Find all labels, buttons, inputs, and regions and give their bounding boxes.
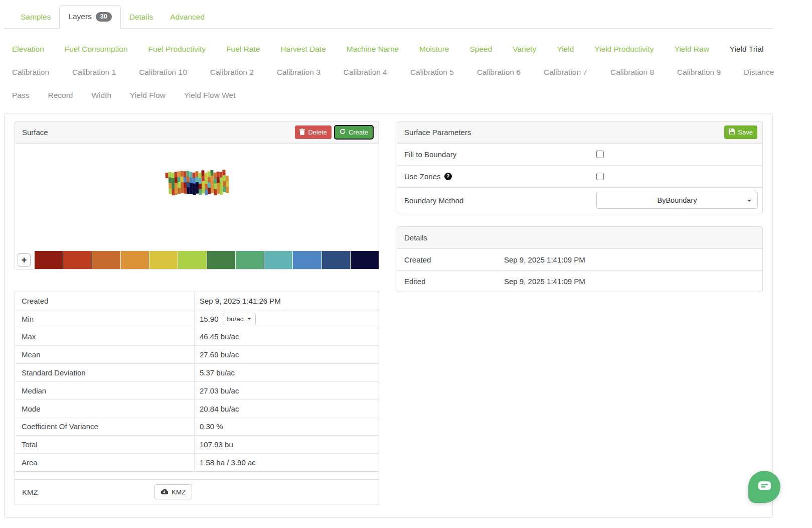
surface-stats-table: CreatedSep 9, 2025 1:41:26 PMMin15.90bu/… [15,292,379,472]
layer-tab-pass[interactable]: Pass [12,90,29,100]
tab-advanced[interactable]: Advanced [161,6,213,28]
detail-value: Sep 9, 2025 1:41:09 PM [504,255,585,264]
layer-tab-calibration-9[interactable]: Calibration 9 [677,67,721,77]
layer-row-misc: PassRecordWidthYield FlowYield Flow Wet [12,90,770,100]
legend-color-6[interactable] [178,251,206,269]
kmz-button-label: KMZ [172,488,186,496]
legend-color-1[interactable] [35,251,63,269]
layer-tab-machine-name[interactable]: Machine Name [347,44,399,54]
param-row-fill-to-boundary: Fill to Boundary [397,144,762,166]
stat-value: 46.45 bu/ac [195,328,379,346]
layer-tab-calibration-7[interactable]: Calibration 7 [544,67,587,77]
layer-tab-width[interactable]: Width [91,90,111,100]
layer-tab-yield[interactable]: Yield [557,44,574,54]
layer-tab-calibration[interactable]: Calibration [12,67,49,77]
layer-tab-speed[interactable]: Speed [469,44,492,54]
color-legend: + [15,251,379,269]
param-control: ByBoundary [596,192,762,209]
stat-row-total: Total107.93 bu [15,436,379,454]
stat-value: 15.90bu/ac [195,310,379,328]
stat-value: 0.30 % [195,418,379,436]
detail-row-edited: EditedSep 9, 2025 1:41:09 PM [397,271,762,292]
layer-tab-distance[interactable]: Distance [744,67,774,77]
stat-value-text: 27.03 bu/ac [200,386,239,395]
param-control [596,173,762,180]
stat-value: 20.84 bu/ac [195,400,379,418]
param-label: Boundary Method [404,196,596,205]
layer-tab-calibration-10[interactable]: Calibration 10 [139,67,187,77]
legend-color-10[interactable] [293,251,321,269]
tab-label: Layers [68,12,92,21]
tab-samples[interactable]: Samples [12,6,59,28]
stat-value: Sep 9, 2025 1:41:26 PM [195,292,379,310]
surface-parameters-header: Surface Parameters Save [397,121,762,144]
detail-label: Edited [397,277,504,286]
save-parameters-button[interactable]: Save [724,125,757,139]
stat-row-mode: Mode20.84 bu/ac [15,400,379,418]
legend-color-2[interactable] [63,251,91,269]
stat-label: Max [15,328,195,346]
legend-color-7[interactable] [207,251,235,269]
stat-value: 27.69 bu/ac [195,346,379,363]
layer-tab-fuel-rate[interactable]: Fuel Rate [226,44,260,54]
stat-value: 5.37 bu/ac [195,364,379,381]
add-color-button[interactable]: + [18,253,31,267]
layer-tab-yield-flow[interactable]: Yield Flow [130,90,166,100]
tab-label: Advanced [170,13,205,22]
min-unit-dropdown[interactable]: bu/ac [223,313,256,325]
fill-to-boundary-checkbox[interactable] [596,151,604,158]
main-tab-bar: SamplesLayers30DetailsAdvanced [4,5,773,29]
legend-color-4[interactable] [121,251,149,269]
layer-tab-calibration-8[interactable]: Calibration 8 [610,67,654,77]
layer-tab-calibration-3[interactable]: Calibration 3 [277,67,320,77]
tab-layers[interactable]: Layers30 [59,5,120,29]
layer-tab-variety[interactable]: Variety [513,44,536,54]
stat-row-standard-deviation: Standard Deviation5.37 bu/ac [15,364,379,382]
legend-color-8[interactable] [236,251,264,269]
layer-tab-fuel-consumption[interactable]: Fuel Consumption [65,44,128,54]
layer-tab-calibration-1[interactable]: Calibration 1 [72,67,116,77]
stat-label: Mode [15,400,195,418]
boundary-method-select[interactable]: ByBoundary [596,192,758,209]
layer-tab-yield-raw[interactable]: Yield Raw [675,44,709,54]
kmz-export-row: KMZ KMZ [15,479,379,504]
layer-tab-calibration-6[interactable]: Calibration 6 [477,67,521,77]
layer-tab-record[interactable]: Record [48,90,73,100]
legend-color-5[interactable] [149,251,178,269]
chat-widget-button[interactable] [748,471,780,503]
save-button-label: Save [738,128,753,136]
layer-tab-harvest-date[interactable]: Harvest Date [280,44,326,54]
param-row-boundary-method: Boundary MethodByBoundary [397,188,762,213]
delete-surface-button[interactable]: Delete [295,125,332,139]
layer-tab-yield-flow-wet[interactable]: Yield Flow Wet [184,90,236,100]
use-zones-checkbox[interactable] [596,173,604,180]
layer-tab-yield-productivity[interactable]: Yield Productivity [594,44,654,54]
layer-tab-calibration-4[interactable]: Calibration 4 [344,67,387,77]
yield-surface-map [165,169,229,197]
layer-tab-fuel-productivity[interactable]: Fuel Productivity [148,44,206,54]
stat-label: Standard Deviation [15,364,195,381]
layer-tab-elevation[interactable]: Elevation [12,44,44,54]
surface-panel: Surface Delete Create + [15,121,379,270]
help-icon[interactable]: ? [444,173,452,180]
layer-tab-calibration-2[interactable]: Calibration 2 [210,67,254,77]
legend-color-3[interactable] [92,251,120,269]
create-surface-button[interactable]: Create [334,125,374,140]
layer-tab-yield-trial[interactable]: Yield Trial [730,44,763,54]
param-label: Fill to Boundary [404,150,596,159]
tab-details[interactable]: Details [121,6,161,28]
empty-row [15,467,379,479]
layer-tab-moisture[interactable]: Moisture [419,44,449,54]
stat-value-text: 27.69 bu/ac [200,350,239,359]
layer-tab-calibration-5[interactable]: Calibration 5 [410,67,454,77]
layer-row-primary: ElevationFuel ConsumptionFuel Productivi… [12,44,770,54]
legend-color-9[interactable] [264,251,292,269]
param-row-use-zones: Use Zones? [397,166,762,188]
kmz-download-button[interactable]: KMZ [154,484,192,499]
legend-color-12[interactable] [351,251,379,269]
stat-row-created: CreatedSep 9, 2025 1:41:26 PM [15,292,379,310]
details-panel-header: Details [397,227,762,249]
stat-value-text: 1.58 ha / 3.90 ac [200,458,256,467]
legend-color-11[interactable] [322,251,350,269]
surface-parameters-title: Surface Parameters [404,128,724,137]
